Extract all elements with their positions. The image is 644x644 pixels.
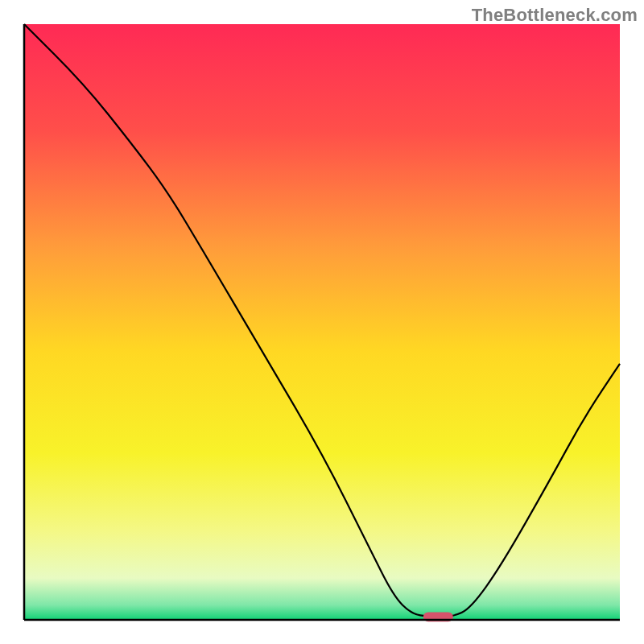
plot-area (24, 24, 620, 621)
bottleneck-chart (0, 0, 644, 644)
watermark-text: TheBottleneck.com (472, 5, 638, 26)
chart-container: TheBottleneck.com (0, 0, 644, 644)
plot-background (24, 24, 620, 620)
